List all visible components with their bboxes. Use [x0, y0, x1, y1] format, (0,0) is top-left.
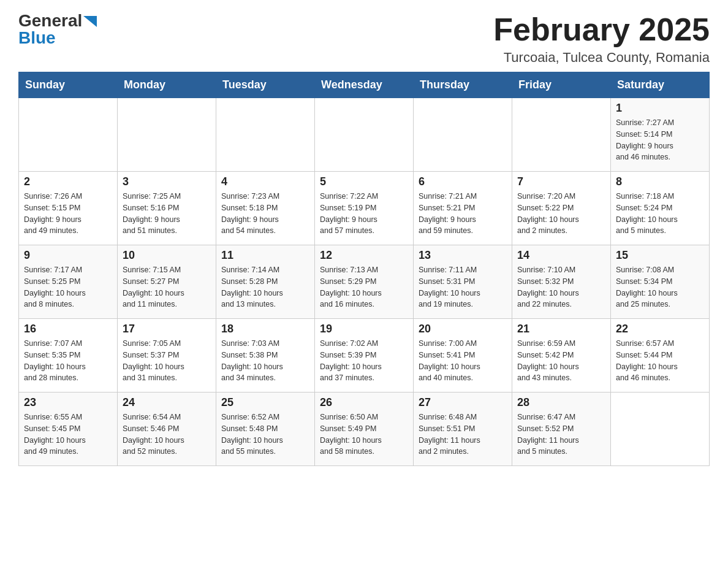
- calendar-cell: 12Sunrise: 7:13 AM Sunset: 5:29 PM Dayli…: [315, 245, 414, 319]
- day-info: Sunrise: 6:52 AM Sunset: 5:48 PM Dayligh…: [221, 412, 309, 458]
- day-info: Sunrise: 6:48 AM Sunset: 5:51 PM Dayligh…: [419, 412, 507, 458]
- calendar-cell: 19Sunrise: 7:02 AM Sunset: 5:39 PM Dayli…: [315, 319, 414, 393]
- day-info: Sunrise: 7:05 AM Sunset: 5:37 PM Dayligh…: [123, 338, 211, 384]
- calendar-cell: 24Sunrise: 6:54 AM Sunset: 5:46 PM Dayli…: [118, 393, 216, 466]
- day-info: Sunrise: 7:02 AM Sunset: 5:39 PM Dayligh…: [320, 338, 408, 384]
- weekday-header-wednesday: Wednesday: [315, 72, 414, 98]
- day-info: Sunrise: 7:13 AM Sunset: 5:29 PM Dayligh…: [320, 264, 408, 310]
- calendar-cell: [414, 98, 512, 172]
- day-info: Sunrise: 7:20 AM Sunset: 5:22 PM Dayligh…: [517, 191, 605, 237]
- calendar-cell: [216, 98, 315, 172]
- day-number: 18: [221, 323, 309, 335]
- day-info: Sunrise: 7:25 AM Sunset: 5:16 PM Dayligh…: [123, 191, 211, 237]
- calendar-cell: 2Sunrise: 7:26 AM Sunset: 5:15 PM Daylig…: [19, 172, 118, 245]
- page-header: General Blue February 2025 Turcoaia, Tul…: [18, 12, 710, 66]
- day-number: 8: [616, 175, 704, 188]
- week-row-1: 1Sunrise: 7:27 AM Sunset: 5:14 PM Daylig…: [19, 98, 710, 172]
- calendar-cell: 15Sunrise: 7:08 AM Sunset: 5:34 PM Dayli…: [611, 245, 710, 319]
- day-number: 13: [419, 249, 507, 262]
- calendar-cell: 10Sunrise: 7:15 AM Sunset: 5:27 PM Dayli…: [118, 245, 216, 319]
- logo: General Blue: [18, 12, 97, 47]
- day-number: 1: [616, 102, 704, 115]
- day-info: Sunrise: 7:18 AM Sunset: 5:24 PM Dayligh…: [616, 191, 704, 237]
- day-info: Sunrise: 6:50 AM Sunset: 5:49 PM Dayligh…: [320, 412, 408, 458]
- weekday-header-thursday: Thursday: [414, 72, 512, 98]
- day-number: 12: [320, 249, 408, 262]
- calendar-cell: 9Sunrise: 7:17 AM Sunset: 5:25 PM Daylig…: [19, 245, 118, 319]
- day-number: 11: [221, 249, 309, 262]
- calendar-cell: 22Sunrise: 6:57 AM Sunset: 5:44 PM Dayli…: [611, 319, 710, 393]
- day-number: 4: [221, 175, 309, 188]
- day-info: Sunrise: 7:27 AM Sunset: 5:14 PM Dayligh…: [616, 117, 704, 163]
- day-number: 23: [24, 396, 112, 409]
- day-info: Sunrise: 7:15 AM Sunset: 5:27 PM Dayligh…: [123, 264, 211, 310]
- calendar-cell: 6Sunrise: 7:21 AM Sunset: 5:21 PM Daylig…: [414, 172, 512, 245]
- weekday-header-friday: Friday: [512, 72, 611, 98]
- day-number: 24: [123, 396, 211, 409]
- weekday-header-sunday: Sunday: [19, 72, 118, 98]
- weekday-header-saturday: Saturday: [611, 72, 710, 98]
- day-info: Sunrise: 6:47 AM Sunset: 5:52 PM Dayligh…: [517, 412, 605, 458]
- day-number: 5: [320, 175, 408, 188]
- calendar-cell: [118, 98, 216, 172]
- logo-blue: Blue: [18, 29, 56, 47]
- day-info: Sunrise: 7:17 AM Sunset: 5:25 PM Dayligh…: [24, 264, 112, 310]
- calendar-cell: 28Sunrise: 6:47 AM Sunset: 5:52 PM Dayli…: [512, 393, 611, 466]
- calendar-cell: 27Sunrise: 6:48 AM Sunset: 5:51 PM Dayli…: [414, 393, 512, 466]
- location-title: Turcoaia, Tulcea County, Romania: [493, 50, 710, 66]
- day-number: 2: [24, 175, 112, 188]
- day-number: 16: [24, 323, 112, 335]
- calendar-cell: 11Sunrise: 7:14 AM Sunset: 5:28 PM Dayli…: [216, 245, 315, 319]
- week-row-2: 2Sunrise: 7:26 AM Sunset: 5:15 PM Daylig…: [19, 172, 710, 245]
- day-number: 15: [616, 249, 704, 262]
- day-info: Sunrise: 6:54 AM Sunset: 5:46 PM Dayligh…: [123, 412, 211, 458]
- week-row-4: 16Sunrise: 7:07 AM Sunset: 5:35 PM Dayli…: [19, 319, 710, 393]
- day-info: Sunrise: 7:00 AM Sunset: 5:41 PM Dayligh…: [419, 338, 507, 384]
- day-number: 10: [123, 249, 211, 262]
- calendar-cell: 14Sunrise: 7:10 AM Sunset: 5:32 PM Dayli…: [512, 245, 611, 319]
- weekday-header-monday: Monday: [118, 72, 216, 98]
- day-number: 28: [517, 396, 605, 409]
- svg-marker-0: [83, 16, 97, 27]
- calendar-cell: [512, 98, 611, 172]
- calendar-cell: 26Sunrise: 6:50 AM Sunset: 5:49 PM Dayli…: [315, 393, 414, 466]
- day-number: 22: [616, 323, 704, 335]
- calendar-cell: 20Sunrise: 7:00 AM Sunset: 5:41 PM Dayli…: [414, 319, 512, 393]
- day-info: Sunrise: 7:14 AM Sunset: 5:28 PM Dayligh…: [221, 264, 309, 310]
- calendar-cell: 3Sunrise: 7:25 AM Sunset: 5:16 PM Daylig…: [118, 172, 216, 245]
- weekday-header-row: SundayMondayTuesdayWednesdayThursdayFrid…: [19, 72, 710, 98]
- calendar-cell: 21Sunrise: 6:59 AM Sunset: 5:42 PM Dayli…: [512, 319, 611, 393]
- day-number: 3: [123, 175, 211, 188]
- day-info: Sunrise: 7:21 AM Sunset: 5:21 PM Dayligh…: [419, 191, 507, 237]
- day-info: Sunrise: 7:23 AM Sunset: 5:18 PM Dayligh…: [221, 191, 309, 237]
- day-number: 14: [517, 249, 605, 262]
- week-row-5: 23Sunrise: 6:55 AM Sunset: 5:45 PM Dayli…: [19, 393, 710, 466]
- calendar-cell: 1Sunrise: 7:27 AM Sunset: 5:14 PM Daylig…: [611, 98, 710, 172]
- weekday-header-tuesday: Tuesday: [216, 72, 315, 98]
- title-section: February 2025 Turcoaia, Tulcea County, R…: [493, 12, 710, 66]
- calendar-cell: 23Sunrise: 6:55 AM Sunset: 5:45 PM Dayli…: [19, 393, 118, 466]
- day-number: 19: [320, 323, 408, 335]
- day-number: 6: [419, 175, 507, 188]
- day-info: Sunrise: 7:03 AM Sunset: 5:38 PM Dayligh…: [221, 338, 309, 384]
- day-info: Sunrise: 7:10 AM Sunset: 5:32 PM Dayligh…: [517, 264, 605, 310]
- calendar-cell: [315, 98, 414, 172]
- day-info: Sunrise: 6:57 AM Sunset: 5:44 PM Dayligh…: [616, 338, 704, 384]
- calendar-cell: 16Sunrise: 7:07 AM Sunset: 5:35 PM Dayli…: [19, 319, 118, 393]
- logo-general: General: [18, 12, 82, 29]
- day-number: 7: [517, 175, 605, 188]
- day-info: Sunrise: 7:07 AM Sunset: 5:35 PM Dayligh…: [24, 338, 112, 384]
- calendar-cell: 8Sunrise: 7:18 AM Sunset: 5:24 PM Daylig…: [611, 172, 710, 245]
- day-info: Sunrise: 6:55 AM Sunset: 5:45 PM Dayligh…: [24, 412, 112, 458]
- week-row-3: 9Sunrise: 7:17 AM Sunset: 5:25 PM Daylig…: [19, 245, 710, 319]
- calendar-cell: 18Sunrise: 7:03 AM Sunset: 5:38 PM Dayli…: [216, 319, 315, 393]
- day-info: Sunrise: 6:59 AM Sunset: 5:42 PM Dayligh…: [517, 338, 605, 384]
- calendar-cell: 17Sunrise: 7:05 AM Sunset: 5:37 PM Dayli…: [118, 319, 216, 393]
- day-number: 20: [419, 323, 507, 335]
- day-number: 17: [123, 323, 211, 335]
- day-number: 26: [320, 396, 408, 409]
- day-info: Sunrise: 7:26 AM Sunset: 5:15 PM Dayligh…: [24, 191, 112, 237]
- day-number: 27: [419, 396, 507, 409]
- calendar-cell: 5Sunrise: 7:22 AM Sunset: 5:19 PM Daylig…: [315, 172, 414, 245]
- day-info: Sunrise: 7:22 AM Sunset: 5:19 PM Dayligh…: [320, 191, 408, 237]
